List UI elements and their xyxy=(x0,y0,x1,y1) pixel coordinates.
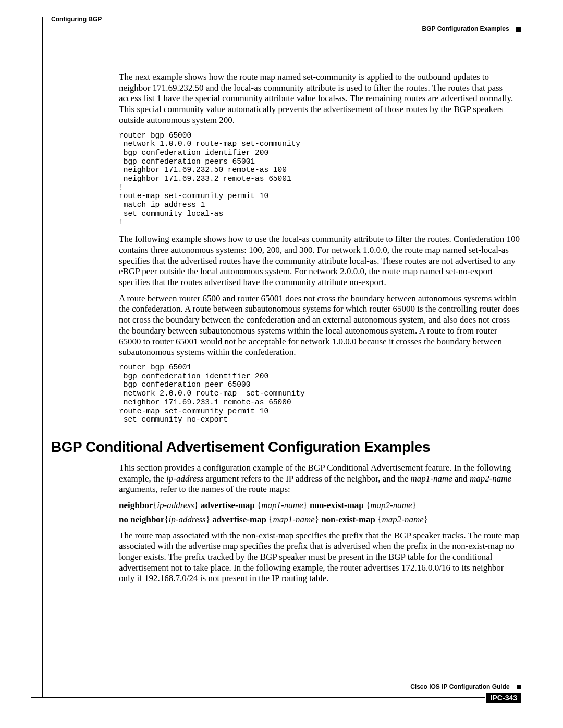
code-block-2: router bgp 65001 bgp confederation ident… xyxy=(119,363,521,424)
arg: map2-name xyxy=(470,474,511,484)
header-square-icon xyxy=(516,27,521,32)
brace: } xyxy=(303,500,308,510)
kw: advertise-map xyxy=(210,514,268,524)
chapter-title: Configuring BGP xyxy=(51,16,521,23)
brace: } xyxy=(315,514,319,524)
paragraph: The next example shows how the route map… xyxy=(119,72,521,126)
syntax-line-2: no neighbor{ip-address} advertise-map {m… xyxy=(119,514,521,525)
running-header: Configuring BGP BGP Configuration Exampl… xyxy=(51,16,521,41)
kw: advertise-map xyxy=(199,500,257,510)
footer-square-icon xyxy=(517,685,521,689)
arg: ip-address xyxy=(157,500,194,510)
arg: map1-name xyxy=(273,514,314,524)
page-number-bar: IPC-343 xyxy=(31,693,521,703)
brace: { xyxy=(257,500,261,510)
syntax-line-1: neighbor{ip-address} advertise-map {map1… xyxy=(119,500,521,511)
code-block-1: router bgp 65000 network 1.0.0.0 route-m… xyxy=(119,131,521,227)
arg: map2-name xyxy=(370,500,412,510)
paragraph: The route map associated with the non-ex… xyxy=(119,530,521,585)
page: Configuring BGP BGP Configuration Exampl… xyxy=(0,0,563,728)
text: argument refers to the IP address of the… xyxy=(203,474,410,484)
kw: no neighbor xyxy=(119,514,164,524)
section-heading: BGP Conditional Advertisement Configurat… xyxy=(51,439,521,455)
brace: } xyxy=(412,500,417,510)
arg: map1-name xyxy=(261,500,303,510)
page-footer: Cisco IOS IP Configuration Guide IPC-343 xyxy=(31,683,521,703)
footer-rule xyxy=(31,697,485,698)
arg: ip-address xyxy=(169,514,206,524)
guide-title: Cisco IOS IP Configuration Guide xyxy=(410,683,509,690)
brace: { xyxy=(164,514,168,524)
paragraph: The following example shows how to use t… xyxy=(119,234,521,288)
body-content: The next example shows how the route map… xyxy=(119,72,521,424)
paragraph-intro: This section provides a configuration ex… xyxy=(119,463,521,495)
section-title-right: BGP Configuration Examples xyxy=(422,25,521,32)
section-label: BGP Configuration Examples xyxy=(422,25,509,32)
text: and xyxy=(452,474,470,484)
arg: map1-name xyxy=(411,474,452,484)
kw: non-exist-map xyxy=(308,500,366,510)
page-number: IPC-343 xyxy=(486,693,521,703)
arg: map2-name xyxy=(382,514,423,524)
left-rule xyxy=(42,17,43,697)
text: arguments, refer to the names of the rou… xyxy=(119,484,290,494)
brace: } xyxy=(194,500,199,510)
brace: } xyxy=(206,514,210,524)
kw: non-exist-map xyxy=(319,514,377,524)
kw: neighbor xyxy=(119,500,153,510)
guide-title-line: Cisco IOS IP Configuration Guide xyxy=(31,683,521,690)
paragraph: A route between router 6500 and router 6… xyxy=(119,293,521,358)
brace: } xyxy=(424,514,428,524)
arg: ip-address xyxy=(166,474,203,484)
section2-content: This section provides a configuration ex… xyxy=(119,463,521,584)
